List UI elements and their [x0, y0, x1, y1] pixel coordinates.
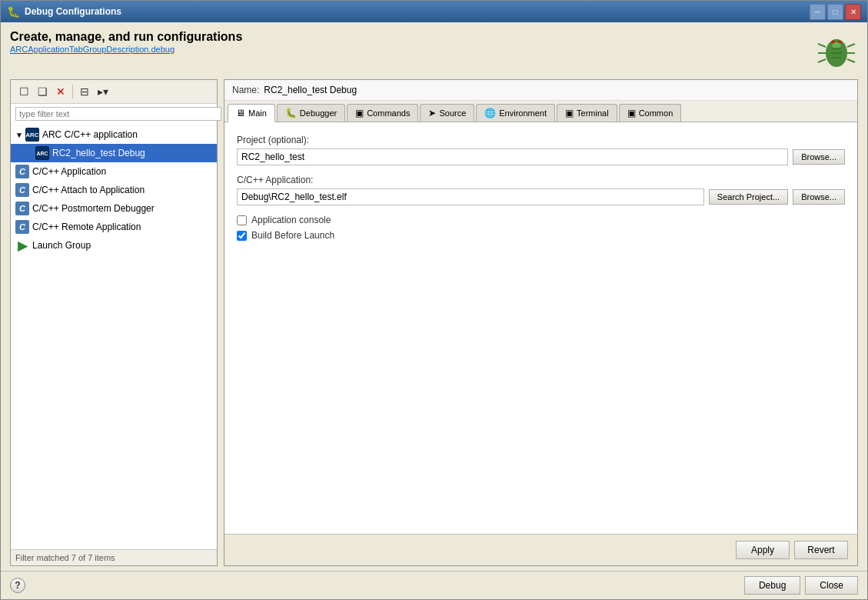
- tree-item-cpp-attach-label: C/C++ Attach to Application: [32, 185, 145, 195]
- new-config-button[interactable]: ☐: [15, 83, 32, 100]
- tab-debugger-label: Debugger: [300, 108, 337, 118]
- app-input[interactable]: [237, 188, 704, 205]
- search-project-button[interactable]: Search Project...: [709, 189, 788, 205]
- tab-environment[interactable]: 🌐 Environment: [476, 104, 555, 122]
- header-title: Create, manage, and run configurations: [10, 30, 242, 44]
- tab-commands[interactable]: ▣ Commands: [347, 104, 418, 122]
- tree-item-arc-child[interactable]: ARC RC2_hello_test Debug: [11, 144, 217, 162]
- name-value: RC2_hello_test Debug: [264, 85, 357, 95]
- close-window-button[interactable]: ✕: [845, 4, 861, 20]
- tab-source-label: Source: [439, 108, 466, 118]
- tab-debugger[interactable]: 🐛 Debugger: [277, 104, 345, 122]
- more-options-button[interactable]: ▸▾: [95, 83, 111, 100]
- build-before-launch-label: Build Before Launch: [251, 230, 334, 241]
- arc-child-icon: ARC: [35, 146, 49, 160]
- arc-root-icon: ARC: [25, 128, 39, 142]
- tab-commands-label: Commands: [367, 108, 410, 118]
- tab-common[interactable]: ▣ Common: [619, 104, 682, 122]
- duplicate-config-button[interactable]: ❑: [34, 83, 51, 100]
- cpp-app-icon: C: [15, 165, 29, 178]
- tab-common-icon: ▣: [627, 108, 636, 118]
- tab-terminal[interactable]: ▣ Terminal: [557, 104, 617, 122]
- app-console-checkbox[interactable]: [237, 215, 247, 225]
- cpp-attach-icon: C: [15, 183, 29, 197]
- right-panel: Name: RC2_hello_test Debug 🖥 Main 🐛 Debu…: [224, 79, 858, 566]
- launch-group-icon: ▶: [15, 238, 29, 252]
- tabs-bar: 🖥 Main 🐛 Debugger ▣ Commands ➤ Source: [224, 101, 857, 122]
- delete-config-button[interactable]: ✕: [52, 83, 69, 100]
- cpp-remote-icon: C: [15, 220, 29, 234]
- tree-item-cpp-postmortem[interactable]: C C/C++ Postmortem Debugger: [11, 199, 217, 218]
- svg-line-9: [847, 59, 855, 62]
- tree-item-cpp-app[interactable]: C C/C++ Application: [11, 162, 217, 181]
- project-label: Project (optional):: [237, 135, 845, 145]
- tree-item-launch-group[interactable]: ▶ Launch Group: [11, 236, 217, 255]
- debug-button[interactable]: Debug: [744, 576, 800, 595]
- sidebar-toolbar: ☐ ❑ ✕ ⊟ ▸▾: [11, 80, 217, 104]
- tab-source-icon: ➤: [428, 108, 436, 118]
- footer-bar: ? Debug Close: [1, 571, 867, 599]
- tree-area: ▼ ARC ARC C/C++ application ARC RC2_hell…: [11, 124, 217, 549]
- title-bar: 🐛 Debug Configurations ─ □ ✕: [1, 1, 867, 22]
- app-console-row: Application console: [237, 215, 845, 225]
- close-button[interactable]: Close: [805, 576, 858, 595]
- svg-line-7: [847, 44, 855, 47]
- app-label: C/C++ Application:: [237, 175, 845, 185]
- project-input[interactable]: [237, 148, 788, 165]
- tab-main-label: Main: [248, 108, 267, 118]
- bug-logo-icon: [815, 30, 858, 73]
- tree-item-cpp-remote-label: C/C++ Remote Application: [32, 222, 141, 232]
- tab-terminal-label: Terminal: [577, 108, 609, 118]
- tab-source[interactable]: ➤ Source: [420, 104, 474, 122]
- expand-arrow-arc: ▼: [15, 131, 23, 139]
- filter-status: Filter matched 7 of 7 items: [15, 553, 115, 562]
- tab-main-icon: 🖥: [236, 108, 245, 118]
- tree-item-cpp-postmortem-label: C/C++ Postmortem Debugger: [32, 203, 155, 214]
- title-bar-left: 🐛 Debug Configurations: [7, 5, 121, 18]
- tree-item-cpp-remote[interactable]: C C/C++ Remote Application: [11, 218, 217, 236]
- tree-item-cpp-attach[interactable]: C C/C++ Attach to Application: [11, 181, 217, 199]
- main-panel: ☐ ❑ ✕ ⊟ ▸▾ ▼ ARC ARC C/C++ application: [10, 79, 858, 566]
- tree-item-arc-root-label: ARC C/C++ application: [42, 129, 138, 140]
- build-before-launch-checkbox[interactable]: [237, 231, 247, 241]
- maximize-button[interactable]: □: [827, 4, 843, 20]
- svg-line-6: [818, 59, 826, 62]
- name-label: Name:: [232, 85, 259, 95]
- svg-line-4: [818, 44, 826, 47]
- tab-environment-icon: 🌐: [484, 108, 496, 118]
- tab-environment-label: Environment: [499, 108, 547, 118]
- window-icon: 🐛: [7, 5, 20, 18]
- title-bar-buttons: ─ □ ✕: [810, 4, 861, 20]
- filter-input[interactable]: [15, 107, 221, 121]
- tree-item-arc-root[interactable]: ▼ ARC ARC C/C++ application: [11, 125, 217, 144]
- build-before-launch-row: Build Before Launch: [237, 230, 845, 241]
- header-text: Create, manage, and run configurations A…: [10, 30, 242, 55]
- project-section: Project (optional): Browse...: [237, 135, 845, 165]
- header-subtitle[interactable]: ARCApplicationTabGroupDescription.debug: [10, 45, 175, 54]
- cpp-postmortem-icon: C: [15, 202, 29, 215]
- help-button[interactable]: ?: [10, 578, 25, 593]
- project-row: Browse...: [237, 148, 845, 165]
- toolbar-separator: [72, 85, 73, 98]
- app-console-label: Application console: [251, 215, 331, 225]
- app-browse-button[interactable]: Browse...: [793, 189, 845, 205]
- tab-terminal-icon: ▣: [565, 108, 574, 118]
- project-browse-button[interactable]: Browse...: [793, 149, 845, 165]
- tab-content-main: Project (optional): Browse... C/C++ Appl…: [224, 122, 857, 534]
- minimize-button[interactable]: ─: [810, 4, 826, 20]
- config-action-bar: Apply Revert: [224, 534, 857, 565]
- app-section: C/C++ Application: Search Project... Bro…: [237, 175, 845, 205]
- tab-commands-icon: ▣: [355, 108, 364, 118]
- sidebar: ☐ ❑ ✕ ⊟ ▸▾ ▼ ARC ARC C/C++ application: [10, 79, 218, 566]
- tab-common-label: Common: [639, 108, 673, 118]
- footer-right-buttons: Debug Close: [744, 576, 858, 595]
- revert-button[interactable]: Revert: [794, 541, 848, 559]
- app-row: Search Project... Browse...: [237, 188, 845, 205]
- apply-button[interactable]: Apply: [736, 541, 790, 559]
- debug-configurations-window: 🐛 Debug Configurations ─ □ ✕ Create, man…: [0, 0, 868, 600]
- collapse-all-button[interactable]: ⊟: [76, 83, 93, 100]
- header-section: Create, manage, and run configurations A…: [10, 30, 858, 73]
- tab-debugger-icon: 🐛: [285, 108, 297, 118]
- tree-item-cpp-app-label: C/C++ Application: [32, 166, 106, 177]
- tab-main[interactable]: 🖥 Main: [228, 104, 275, 122]
